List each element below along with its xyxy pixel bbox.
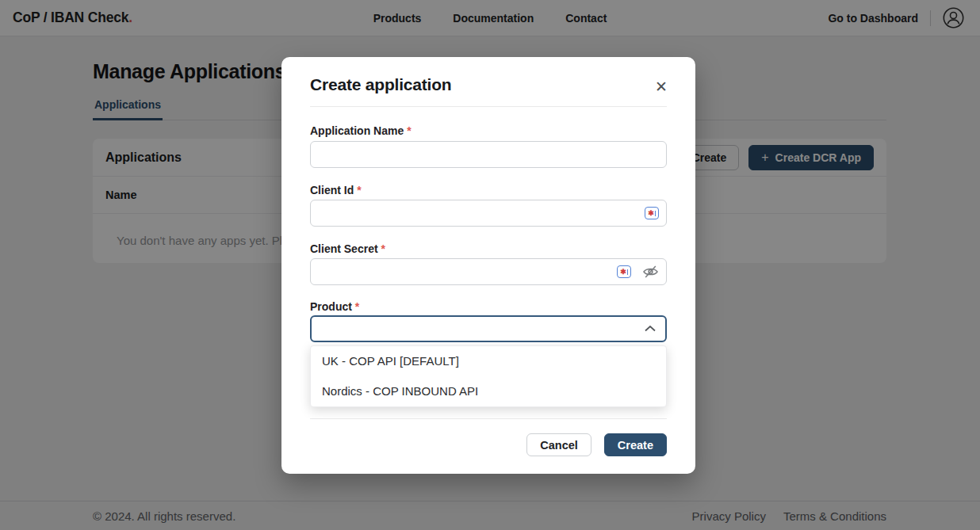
modal-create-button[interactable]: Create (604, 433, 667, 456)
eye-off-icon[interactable] (642, 265, 659, 279)
required-marker: * (407, 124, 411, 137)
app-screen: CoP / IBAN Check. Products Documentation… (0, 0, 980, 530)
dropdown-option-nordics-cop-inbound-api[interactable]: Nordics - COP INBOUND API (311, 376, 666, 406)
password-manager-autofill-icon[interactable]: ✱ (645, 207, 659, 219)
required-marker: * (357, 184, 361, 196)
client-secret-label: Client Secret * (310, 242, 667, 256)
application-name-wrap (310, 141, 667, 168)
close-icon[interactable]: ✕ (653, 78, 670, 95)
client-secret-icons: ✱ (617, 265, 659, 279)
client-id-input[interactable] (310, 200, 667, 227)
password-manager-autofill-icon[interactable]: ✱ (617, 265, 631, 278)
product-label: Product * (310, 299, 667, 314)
client-secret-input[interactable] (310, 258, 667, 285)
chevron-up-icon (645, 326, 656, 332)
product-dropdown-list: UK - COP API [DEFAULT] Nordics - COP INB… (310, 345, 667, 407)
client-secret-wrap: ✱ (310, 258, 667, 285)
cancel-button[interactable]: Cancel (526, 433, 591, 456)
modal-header-divider (310, 106, 667, 107)
modal-footer: Cancel Create (310, 433, 667, 456)
application-name-input[interactable] (310, 141, 667, 168)
client-id-wrap: ✱ (310, 200, 667, 227)
client-id-label: Client Id * (310, 183, 667, 197)
client-id-icons: ✱ (645, 207, 659, 219)
dropdown-option-uk-cop-api[interactable]: UK - COP API [DEFAULT] (311, 346, 666, 376)
required-marker: * (355, 300, 359, 313)
modal-title: Create application (310, 57, 667, 95)
create-application-modal: Create application ✕ Application Name * … (281, 57, 695, 474)
required-marker: * (381, 242, 385, 255)
modal-footer-divider (310, 418, 667, 419)
application-name-label: Application Name * (310, 124, 667, 138)
product-select[interactable] (310, 315, 667, 342)
